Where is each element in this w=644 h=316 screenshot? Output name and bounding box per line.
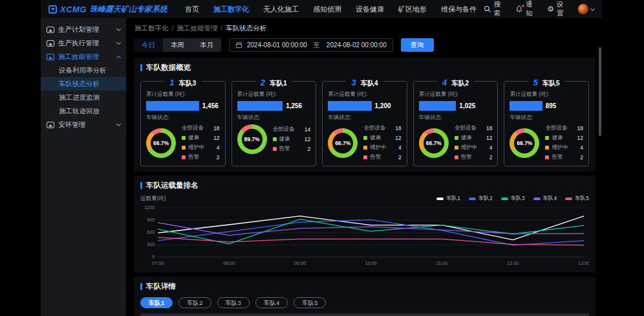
sidebar-subitem[interactable]: 施工进度监测 xyxy=(41,91,126,104)
fleet-table: 序号设备名称设备序列号今日累计运载量 (吨)队内排名设备状态告警信息 01XDR… xyxy=(140,313,589,316)
load-bar-row: 895 xyxy=(510,101,583,111)
load-bar-row: 1,256 xyxy=(237,101,311,111)
legend-dot xyxy=(363,155,367,159)
status-donut-chart: 66.7% xyxy=(510,128,539,158)
user-menu[interactable] xyxy=(578,4,594,14)
x-tick-label: 07:00 xyxy=(152,260,164,266)
quick-filter-button[interactable]: 今日 xyxy=(134,38,163,52)
topnav-item[interactable]: 维保与备件 xyxy=(434,0,484,18)
sidebar-item-label: 施工效能管理 xyxy=(58,52,99,62)
legend-row: 告警2 xyxy=(455,153,493,161)
fleet-rank: 3 xyxy=(351,78,356,87)
legend-row: 告警2 xyxy=(273,145,311,153)
chart-legend-item: 车队2 xyxy=(469,195,493,203)
fleet-tab[interactable]: 车队1 xyxy=(140,297,173,308)
fleet-card-title-inner: 4车队2 xyxy=(437,76,474,87)
legend-value: 2 xyxy=(398,154,402,161)
bell-icon xyxy=(515,5,523,13)
table-header-cell: 设备名称 xyxy=(177,313,259,316)
fleet-tab[interactable]: 车队3 xyxy=(217,297,250,308)
sidebar-item[interactable]: 生产计划管理 xyxy=(41,23,126,36)
topnav-item[interactable]: 矿区地形 xyxy=(391,0,434,18)
filter-bar: 今日本周本月 2024-08-01 00:00:00 至 2024-08-02 … xyxy=(134,38,596,52)
menu-icon xyxy=(47,27,54,33)
legend-dot xyxy=(363,136,367,140)
legend-dot xyxy=(455,155,458,159)
fleet-tab[interactable]: 车队4 xyxy=(255,297,288,308)
fleet-tab[interactable]: 车队2 xyxy=(178,297,211,308)
sidebar-subitem[interactable]: 设备利用率分析 xyxy=(41,63,126,77)
table-head: 序号设备名称设备序列号今日累计运载量 (吨)队内排名设备状态告警信息 xyxy=(140,313,589,316)
sidebar: 生产计划管理生产执行管理施工效能管理设备利用率分析车队状态分析施工进度监测施工轨… xyxy=(41,18,126,316)
status-donut-chart: 66.7% xyxy=(419,128,449,158)
quick-filter-button[interactable]: 本月 xyxy=(192,38,221,52)
fleet-card-title-inner: 3车队4 xyxy=(346,76,383,87)
sidebar-item[interactable]: 生产执行管理 xyxy=(41,36,126,50)
legend-label: 告警 xyxy=(461,153,472,161)
gear-icon: ⚙ xyxy=(547,5,554,13)
load-value: 1,200 xyxy=(375,102,391,109)
sidebar-item[interactable]: 施工效能管理 xyxy=(41,50,126,63)
legend-label: 健康 xyxy=(188,134,199,142)
legend-label: 健康 xyxy=(279,135,290,143)
topnav-item[interactable]: 感知侦测 xyxy=(306,0,349,18)
donut-center: 66.7% xyxy=(424,133,444,153)
fleet-name: 车队2 xyxy=(451,79,469,87)
load-bar-row: 1,200 xyxy=(328,101,402,111)
main-content: 施工数字化/施工效能管理/车队状态分析 今日本周本月 2024-08-01 00… xyxy=(126,18,602,316)
legend-dot xyxy=(182,155,186,159)
date-range-input[interactable]: 2024-08-01 00:00:00 至 2024-08-02 00:00:0… xyxy=(229,38,393,52)
y-tick-label: 0 xyxy=(152,254,155,260)
chart-legend-item: 车队1 xyxy=(436,195,460,203)
table-header-cell: 队内排名 xyxy=(444,313,504,316)
search-button[interactable]: 搜索 xyxy=(484,0,507,18)
fleet-card: 3车队4累计运载量 (吨):1,200车辆状态:66.7%全部设备18健康12维… xyxy=(322,81,407,166)
y-tick-label: 900 xyxy=(147,217,155,223)
topnav-item[interactable]: 首页 xyxy=(178,0,206,18)
sidebar-subitem[interactable]: 施工轨迹回放 xyxy=(41,104,126,118)
topnav-item[interactable]: 无人化施工 xyxy=(256,0,306,18)
donut-percentage: 66.7% xyxy=(517,140,532,146)
fleet-card-title: 3车队4 xyxy=(323,76,407,88)
legend-row: 告警2 xyxy=(182,153,220,161)
load-label: 累计运载量 (吨): xyxy=(328,91,402,98)
fleet-ranking-panel: 车队运载量排名 运载量(吨) 车队1车队2车队3车队4车队5 030060090… xyxy=(134,175,596,273)
menu-icon xyxy=(47,40,54,47)
chevron-up-icon xyxy=(116,55,121,60)
sidebar-item[interactable]: 安环管理 xyxy=(41,118,126,131)
query-button[interactable]: 查询 xyxy=(401,38,434,52)
app-shell: 生产计划管理生产执行管理施工效能管理设备利用率分析车队状态分析施工进度监测施工轨… xyxy=(41,18,602,316)
legend-row: 告警2 xyxy=(545,153,583,161)
date-separator: 至 xyxy=(314,41,320,50)
legend-dot xyxy=(363,146,367,150)
table-header-cell: 告警信息 xyxy=(561,313,589,316)
fleet-name: 车队1 xyxy=(270,79,287,87)
vertical-scrollbar[interactable] xyxy=(599,47,601,136)
topnav-item[interactable]: 施工数字化 xyxy=(206,0,256,18)
legend-label: 健康 xyxy=(461,134,472,142)
fleet-details-panel: 车队详情 车队1车队2车队3车队4车队5 序号设备名称设备序列号今日累计运载量 … xyxy=(134,276,596,316)
topnav-item[interactable]: 设备健康 xyxy=(349,0,391,18)
breadcrumb-item[interactable]: 施工效能管理 xyxy=(177,24,217,32)
settings-button[interactable]: ⚙ 设置 xyxy=(547,0,570,18)
sidebar-subitem[interactable]: 车队状态分析 xyxy=(41,77,126,91)
legend-label: 健康 xyxy=(370,134,381,142)
quick-filter-button[interactable]: 本周 xyxy=(163,38,192,52)
fleet-card-title-inner: 1车队3 xyxy=(164,76,201,87)
breadcrumb-item[interactable]: 施工数字化 xyxy=(134,24,169,32)
legend-dot xyxy=(545,155,549,159)
load-label: 累计运载量 (吨): xyxy=(237,91,311,98)
donut-percentage: 89.7% xyxy=(244,136,260,142)
fleet-tab[interactable]: 车队5 xyxy=(294,297,326,308)
load-label: 累计运载量 (吨): xyxy=(419,91,493,98)
notifications-button[interactable]: 通知 xyxy=(515,0,539,18)
load-bar xyxy=(419,101,456,111)
legend-row: 全部设备18 xyxy=(363,124,402,132)
legend-value: 14 xyxy=(305,126,310,133)
breadcrumb-separator: / xyxy=(172,24,174,32)
fleet-name: 车队4 xyxy=(361,79,378,87)
legend-row: 健康12 xyxy=(182,134,220,142)
chart-legend-label: 车队2 xyxy=(478,195,493,203)
legend-value: 2 xyxy=(489,154,493,161)
status-label: 车辆状态: xyxy=(328,114,402,122)
